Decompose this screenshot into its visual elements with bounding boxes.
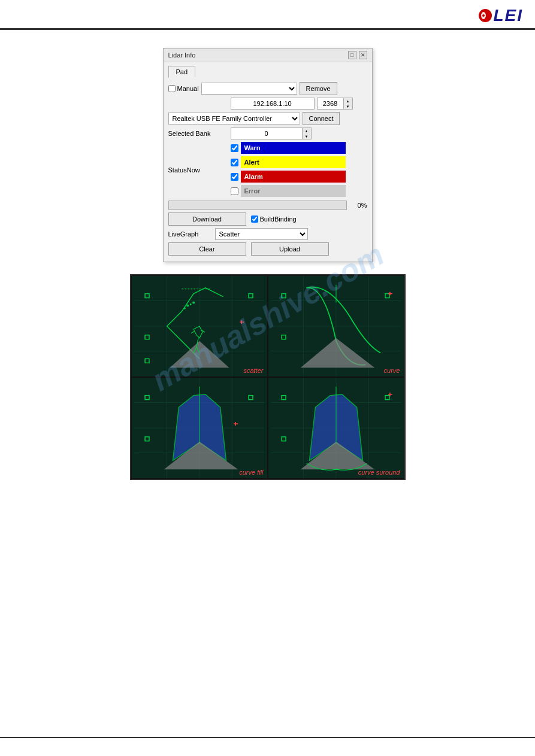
status-now-label: StatusNow bbox=[168, 166, 228, 174]
bank-up-button[interactable]: ▲ bbox=[303, 128, 311, 133]
remove-button[interactable]: Remove bbox=[300, 82, 337, 95]
alarm-label: Alarm bbox=[244, 173, 263, 180]
alarm-row: Alarm bbox=[231, 171, 346, 183]
connect-button[interactable]: Connect bbox=[303, 112, 340, 125]
footer-line bbox=[0, 737, 535, 738]
dialog-content: Pad Manual Remove ▲ ▼ bbox=[164, 62, 372, 262]
charts-area: scatter bbox=[0, 274, 535, 492]
manual-row: Manual Remove bbox=[168, 82, 367, 95]
download-row: Download BuildBinding bbox=[168, 212, 367, 226]
warn-label: Warn bbox=[244, 144, 261, 151]
manual-label: Manual bbox=[177, 85, 199, 92]
port-spinbox: ▲ ▼ bbox=[317, 98, 353, 110]
error-row: Error bbox=[231, 185, 346, 197]
titlebar-controls: □ ✕ bbox=[348, 51, 367, 59]
svg-point-17 bbox=[186, 304, 189, 306]
alert-label: Alert bbox=[244, 159, 259, 166]
alarm-checkbox[interactable] bbox=[231, 173, 238, 181]
progress-label: 0% bbox=[349, 202, 367, 209]
manual-select[interactable] bbox=[201, 83, 297, 95]
svg-point-2 bbox=[482, 14, 485, 17]
chart-curve-fill-label: curve fill bbox=[239, 469, 263, 476]
livegraph-row: LiveGraph Scatter bbox=[168, 228, 367, 240]
download-button[interactable]: Download bbox=[168, 212, 246, 226]
svg-point-19 bbox=[192, 301, 195, 303]
clear-upload-row: Clear Upload bbox=[168, 242, 367, 256]
network-row: Realtek USB FE Family Controller Connect bbox=[168, 112, 367, 125]
svg-point-20 bbox=[183, 308, 185, 309]
alert-bar: Alert bbox=[241, 156, 346, 168]
chart-curve-fill: curve fill bbox=[131, 377, 268, 479]
progress-bar-outer bbox=[168, 201, 347, 210]
dialog-title: Lidar Info bbox=[168, 51, 196, 59]
manual-checkbox-label[interactable]: Manual bbox=[168, 85, 199, 92]
port-arrows: ▲ ▼ bbox=[344, 98, 353, 110]
clear-button[interactable]: Clear bbox=[168, 242, 246, 256]
manual-checkbox[interactable] bbox=[168, 85, 176, 92]
tab-bar: Pad bbox=[168, 66, 367, 77]
selected-bank-label: Selected Bank bbox=[168, 130, 228, 137]
logo-icon bbox=[479, 9, 492, 22]
alarm-bar: Alarm bbox=[241, 171, 346, 183]
close-button[interactable]: ✕ bbox=[359, 51, 367, 59]
alert-checkbox[interactable] bbox=[231, 159, 238, 166]
build-binding-label[interactable]: BuildBinding bbox=[251, 215, 297, 223]
bank-arrows: ▲ ▼ bbox=[303, 127, 312, 139]
logo: LEI bbox=[479, 6, 523, 25]
dialog-area: Lidar Info □ ✕ Pad Manual Remove bbox=[0, 30, 535, 274]
error-bar: Error bbox=[241, 185, 346, 197]
warn-row: Warn bbox=[231, 142, 346, 154]
ip-input[interactable] bbox=[231, 98, 315, 110]
bank-spinbox: ▲ ▼ bbox=[231, 127, 312, 139]
header: LEI bbox=[0, 0, 535, 30]
charts-grid: scatter bbox=[130, 274, 406, 480]
tab-pad[interactable]: Pad bbox=[168, 66, 196, 78]
chart-curve: curve bbox=[268, 275, 404, 377]
dialog-titlebar: Lidar Info □ ✕ bbox=[164, 48, 372, 62]
error-label: Error bbox=[244, 187, 261, 195]
bank-down-button[interactable]: ▼ bbox=[303, 133, 311, 139]
livegraph-select[interactable]: Scatter bbox=[215, 228, 308, 240]
livegraph-label: LiveGraph bbox=[168, 230, 210, 238]
ip-row: ▲ ▼ bbox=[168, 98, 367, 110]
error-checkbox[interactable] bbox=[231, 187, 238, 195]
build-binding-checkbox[interactable] bbox=[251, 215, 258, 223]
restore-button[interactable]: □ bbox=[348, 51, 356, 59]
chart-curve-label: curve bbox=[384, 367, 400, 374]
alert-row: Alert bbox=[231, 156, 346, 168]
svg-point-18 bbox=[189, 303, 191, 305]
selected-bank-row: Selected Bank ▲ ▼ bbox=[168, 127, 367, 139]
warn-bar: Warn bbox=[241, 142, 346, 154]
network-adapter-select[interactable]: Realtek USB FE Family Controller bbox=[168, 113, 300, 125]
logo-text: LEI bbox=[493, 6, 523, 25]
bank-input[interactable] bbox=[231, 127, 303, 139]
port-up-button[interactable]: ▲ bbox=[344, 98, 352, 104]
status-now-row: StatusNow Warn Alert bbox=[168, 142, 367, 198]
port-input[interactable] bbox=[317, 98, 344, 110]
chart-curve-suround: curve suround bbox=[268, 377, 404, 479]
build-binding-text: BuildBinding bbox=[260, 215, 297, 223]
chart-scatter: scatter bbox=[131, 275, 268, 377]
chart-scatter-label: scatter bbox=[243, 367, 263, 374]
progress-row: 0% bbox=[168, 201, 367, 210]
chart-curve-suround-label: curve suround bbox=[358, 469, 400, 476]
upload-button[interactable]: Upload bbox=[251, 242, 329, 256]
warn-checkbox[interactable] bbox=[231, 144, 238, 152]
port-down-button[interactable]: ▼ bbox=[344, 104, 352, 109]
lidar-info-dialog: Lidar Info □ ✕ Pad Manual Remove bbox=[163, 48, 373, 262]
